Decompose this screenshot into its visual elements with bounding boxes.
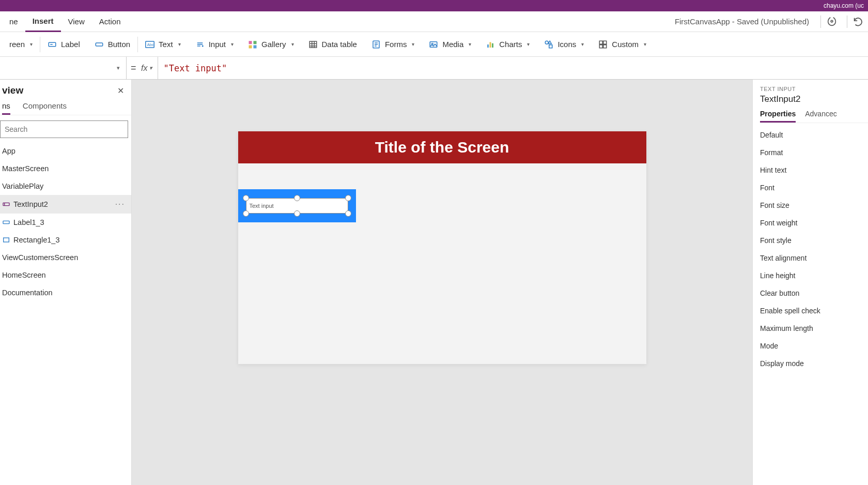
menu-file-fragment[interactable]: ne (2, 11, 25, 32)
ribbon-gallery[interactable]: Gallery▾ (241, 40, 301, 49)
close-icon[interactable]: ✕ (117, 86, 124, 96)
menu-action[interactable]: Action (92, 11, 128, 32)
app-screen[interactable]: Title of the Screen Text input (238, 131, 646, 364)
svg-rect-16 (492, 43, 493, 47)
media-icon (429, 40, 438, 49)
property-row-display-mode[interactable]: Display mode (760, 355, 868, 372)
menu-view[interactable]: View (61, 11, 92, 32)
tree-item-label: VariablePlay (2, 182, 43, 190)
chevron-down-icon: ▾ (178, 41, 181, 47)
ribbon-text[interactable]: Abc Text▾ (138, 40, 188, 49)
undo-icon[interactable] (853, 16, 868, 27)
property-row-hint-text[interactable]: Hint text (760, 161, 868, 179)
property-row-font-style[interactable]: Font style (760, 232, 868, 249)
tree-item-label: ViewCustomersScreen (2, 253, 78, 262)
formula-input[interactable]: "Text input" (158, 57, 868, 80)
chevron-down-icon: ▾ (581, 41, 584, 47)
property-row-font-weight[interactable]: Font weight (760, 214, 868, 232)
tab-advanced[interactable]: Advancec (805, 110, 836, 123)
ribbon-label[interactable]: Label (40, 40, 87, 49)
formula-bar: ▾ = fx▾ "Text input" (0, 57, 868, 80)
property-row-clear-button[interactable]: Clear button (760, 284, 868, 302)
more-icon[interactable]: ··· (115, 200, 128, 209)
ribbon-input[interactable]: Input▾ (188, 40, 241, 49)
control-type-label: TEXT INPUT (760, 86, 868, 92)
resize-handle[interactable] (294, 195, 300, 201)
tree-item-textinput2[interactable]: TextInput2··· (0, 195, 131, 214)
tree-item-rectangle1_3[interactable]: Rectangle1_3 (0, 231, 131, 249)
property-row-text-alignment[interactable]: Text alignment (760, 249, 868, 267)
tree-item-label: Label1_3 (13, 218, 44, 226)
svg-rect-20 (603, 41, 607, 44)
svg-rect-6 (249, 41, 252, 44)
selected-textinput-control[interactable]: Text input (238, 189, 356, 222)
ribbon-button-text: Button (108, 40, 130, 49)
property-row-font[interactable]: Font (760, 179, 868, 196)
account-hint: chayu.com (uc (824, 2, 864, 9)
resize-handle[interactable] (345, 195, 351, 201)
svg-rect-10 (309, 41, 317, 48)
chevron-down-icon: ▾ (291, 41, 294, 47)
tab-components[interactable]: Components (23, 101, 67, 115)
tree-item-variableplay[interactable]: VariablePlay (0, 177, 131, 195)
resize-handle[interactable] (243, 195, 249, 201)
chevron-down-icon: ▾ (117, 65, 120, 71)
tree-item-label: MasterScreen (2, 164, 49, 173)
chevron-down-icon: ▾ (231, 41, 234, 47)
canvas-area[interactable]: Title of the Screen Text input (132, 80, 752, 485)
property-row-font-size[interactable]: Font size (760, 196, 868, 214)
resize-handle[interactable] (345, 210, 351, 217)
resize-handle[interactable] (294, 210, 300, 217)
tree-item-documentation[interactable]: Documentation (0, 284, 131, 301)
tab-properties[interactable]: Properties (760, 110, 796, 123)
tree-search-input[interactable] (0, 120, 128, 138)
svg-rect-7 (254, 41, 257, 44)
button-icon (95, 40, 104, 49)
screen-label: reen (9, 40, 25, 49)
property-row-format[interactable]: Format (760, 144, 868, 161)
ribbon-custom-label: Custom (612, 40, 639, 49)
menu-insert[interactable]: Insert (25, 11, 61, 32)
tree-item-viewcustomersscreen[interactable]: ViewCustomersScreen (0, 249, 131, 266)
tree-item-homescreen[interactable]: HomeScreen (0, 266, 131, 284)
ribbon-button[interactable]: Button (87, 40, 137, 49)
ribbon-icons[interactable]: Icons▾ (537, 40, 591, 49)
charts-icon (486, 40, 495, 49)
svg-rect-8 (249, 45, 252, 48)
svg-rect-22 (603, 44, 607, 48)
svg-rect-24 (3, 221, 9, 223)
resize-handle[interactable] (243, 210, 249, 217)
tree-item-app[interactable]: App (0, 142, 131, 160)
label-icon (48, 40, 57, 49)
app-checker-icon[interactable] (826, 16, 842, 27)
chevron-down-icon: ▾ (644, 41, 646, 47)
tree-item-label: App (2, 147, 16, 155)
tree-item-icon (2, 200, 10, 208)
property-row-mode[interactable]: Mode (760, 337, 868, 355)
tab-screens[interactable]: ns (2, 101, 10, 115)
property-row-enable-spell-check[interactable]: Enable spell check (760, 302, 868, 320)
property-row-maximum-length[interactable]: Maximum length (760, 320, 868, 337)
property-row-default[interactable]: Default (760, 126, 868, 144)
textinput-inner[interactable]: Text input (246, 198, 348, 214)
ribbon-datatable[interactable]: Data table (301, 40, 364, 49)
property-row-line-height[interactable]: Line height (760, 267, 868, 284)
property-dropdown[interactable]: ▾ (0, 57, 127, 80)
tree-item-label1_3[interactable]: Label1_3 (0, 214, 131, 231)
properties-panel: TEXT INPUT TextInput2 Properties Advance… (752, 80, 868, 485)
ribbon-charts[interactable]: Charts▾ (478, 40, 537, 49)
tree-item-masterscreen[interactable]: MasterScreen (0, 160, 131, 177)
ribbon-media[interactable]: Media▾ (422, 40, 478, 49)
ribbon-label-text: Label (61, 40, 80, 49)
input-icon (195, 40, 205, 49)
ribbon-new-screen[interactable]: reen▾ (2, 40, 40, 49)
tree-view-title: view (2, 85, 23, 96)
ribbon-text-label: Text (159, 40, 173, 49)
ribbon-forms[interactable]: Forms▾ (364, 40, 422, 49)
gallery-icon (248, 40, 257, 49)
chevron-down-icon: ▾ (149, 65, 152, 71)
svg-rect-14 (487, 44, 489, 48)
fx-button[interactable]: fx▾ (136, 64, 158, 73)
window-titlebar: chayu.com (uc (0, 0, 868, 11)
ribbon-custom[interactable]: Custom▾ (591, 40, 654, 49)
